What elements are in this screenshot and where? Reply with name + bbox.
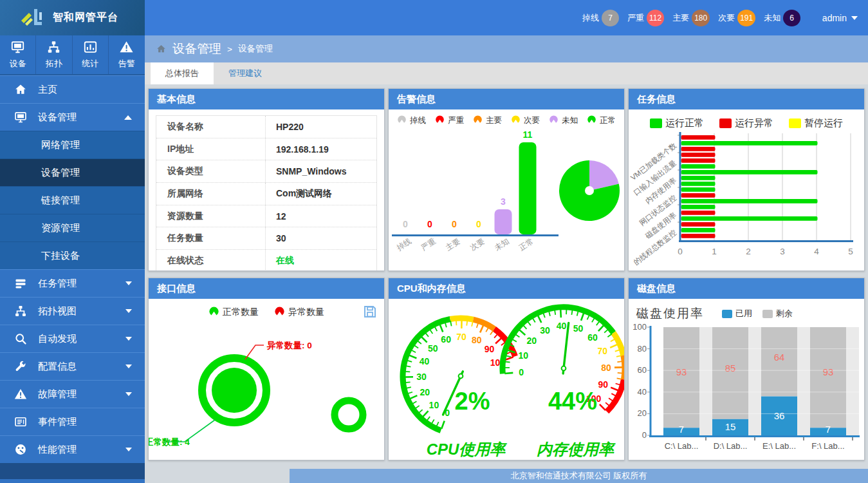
sidebar-item-任务管理[interactable]: 任务管理	[0, 269, 145, 297]
badge-label: 严重	[627, 12, 644, 24]
svg-text:15: 15	[725, 421, 736, 432]
sidebar-footer-strip	[0, 463, 145, 479]
svg-text:60: 60	[587, 332, 598, 343]
info-row-label: IP地址	[156, 138, 266, 160]
info-row-label: 所属网络	[156, 183, 266, 205]
svg-text:0: 0	[452, 219, 457, 229]
panel-task-title: 任务信息	[629, 89, 864, 109]
sidebar-item-设备管理[interactable]: 设备管理	[0, 103, 145, 131]
info-row-value: SNMP_Windows	[266, 160, 376, 182]
sidebar-subitem-label: 设备管理	[41, 167, 80, 179]
legend-swatch	[789, 118, 801, 128]
sidebar-item-label: 故障管理	[38, 388, 77, 401]
panel-task-info: 任务信息 运行正常运行异常暂停运行VM已加载类个数口输入输出流量内存使用率网口状…	[628, 88, 865, 271]
legend-item-未知: 未知	[549, 115, 578, 126]
svg-text:40: 40	[420, 356, 430, 366]
home-icon[interactable]	[156, 44, 167, 54]
main-area: 设备管理 > 设备管理 总体报告管理建议 基本信息 设备名称HP220IP地址1…	[145, 35, 868, 483]
svg-text:11: 11	[523, 129, 533, 140]
legend-item-正常: 正常	[587, 115, 616, 126]
info-row-label: 设备名称	[156, 116, 266, 138]
sidebar-item-配置信息[interactable]: 配置信息	[0, 352, 145, 380]
legend-item-掉线: 掉线	[397, 115, 426, 126]
breadcrumb-section[interactable]: 设备管理	[172, 41, 221, 57]
user-menu[interactable]: admin	[822, 0, 858, 35]
legend-label: 已用	[735, 308, 752, 319]
sidebar-item-性能管理[interactable]: 性能管理	[0, 435, 145, 463]
legend-label: 正常数量	[223, 307, 259, 318]
badge-count: 112	[647, 10, 664, 26]
alarm-badge-主要: 主要180	[672, 10, 710, 26]
quickbar-label: 告警	[118, 58, 135, 70]
top-bar: 智和网管平台 掉线7严重112主要180次要191未知6 admin	[0, 0, 868, 35]
sidebar-subitem-链接管理[interactable]: 链接管理	[0, 186, 145, 214]
svg-text:异常数量: 0: 异常数量: 0	[266, 341, 312, 350]
legend-item-暂停运行: 暂停运行	[789, 117, 843, 129]
alarm-badge-掉线: 掉线7	[582, 10, 619, 26]
fan-icon	[208, 307, 219, 318]
badge-label: 主要	[672, 12, 689, 24]
quickbar-告警[interactable]: 告警	[109, 35, 145, 74]
sidebar-subitem-label: 网络管理	[41, 139, 80, 151]
svg-text:0: 0	[403, 219, 408, 229]
panel-alarm-info: 告警信息 掉线严重主要次要未知正常0掉线0严重0主要0次要3未知11正常	[388, 88, 625, 271]
sidebar-subitem-设备管理[interactable]: 设备管理	[0, 158, 145, 186]
quickbar-label: 设备	[10, 58, 26, 70]
svg-text:主要: 主要	[444, 236, 462, 252]
disk-stacked-bar-svg: 937C:\ Lab...8515D:\ Lab...6436E:\ Lab..…	[629, 322, 863, 459]
sidebar-item-label: 设备管理	[38, 111, 77, 124]
svg-text:0: 0	[678, 247, 683, 256]
sidebar-subitem-资源管理[interactable]: 资源管理	[0, 214, 145, 242]
legend-swatch	[762, 310, 773, 318]
legend-label: 剩余	[776, 308, 793, 319]
svg-text:40: 40	[638, 387, 647, 397]
sidebar-subitem-下挂设备[interactable]: 下挂设备	[0, 242, 145, 269]
legend-label: 掉线	[410, 115, 426, 126]
legend-item-已用: 已用	[722, 308, 752, 319]
svg-text:次要: 次要	[468, 236, 486, 252]
sidebar-item-拓扑视图[interactable]: 拓扑视图	[0, 297, 145, 325]
svg-text:掉线: 掉线	[395, 236, 413, 252]
badge-label: 次要	[718, 12, 735, 24]
sidebar-topology-icon	[14, 305, 27, 317]
sidebar-alert-icon	[14, 388, 27, 401]
sidebar-subitem-网络管理[interactable]: 网络管理	[0, 131, 145, 158]
svg-text:80: 80	[601, 363, 611, 373]
panel-cpu-mem-title: CPU和内存信息	[389, 278, 624, 299]
svg-text:40: 40	[557, 321, 567, 331]
quickbar-统计[interactable]: 统计	[73, 35, 109, 74]
fan-icon	[587, 115, 596, 126]
table-row: 在线状态在线	[156, 250, 376, 270]
info-row-label: 任务数量	[156, 227, 266, 249]
sidebar-item-自动发现[interactable]: 自动发现	[0, 325, 145, 352]
interface-chart: 正常数量异常数量异常数量: 0正常数量: 4	[149, 299, 384, 460]
svg-text:80: 80	[472, 335, 482, 345]
sidebar-item-主页[interactable]: 主页	[0, 75, 145, 103]
legend-label: 主要	[486, 115, 502, 126]
table-row: 资源数量12	[156, 205, 376, 228]
quickbar-alert-icon	[118, 40, 134, 56]
sidebar-monitor-icon	[14, 111, 27, 124]
svg-text:正常: 正常	[517, 236, 535, 252]
disk-chart: 磁盘使用率已用剩余937C:\ Lab...8515D:\ Lab...6436…	[629, 299, 864, 460]
table-row: 设备类型SNMP_Windows	[156, 160, 376, 183]
quickbar-拓扑[interactable]: 拓扑	[36, 35, 72, 74]
svg-text:严重: 严重	[420, 236, 438, 252]
legend-label: 正常	[600, 115, 616, 126]
sidebar-item-故障管理[interactable]: 故障管理	[0, 380, 145, 408]
tab-label: 管理建议	[228, 68, 262, 79]
alarm-badges: 掉线7严重112主要180次要191未知6	[582, 0, 800, 35]
legend-item-运行异常: 运行异常	[719, 117, 773, 129]
save-icon[interactable]	[362, 304, 378, 319]
chevron-up-icon	[124, 115, 132, 120]
interface-donut-svg: 异常数量: 0正常数量: 4	[149, 318, 384, 457]
sidebar-item-事件管理[interactable]: 事件管理	[0, 408, 145, 435]
svg-text:3: 3	[501, 196, 506, 207]
svg-text:2%: 2%	[455, 388, 490, 415]
tab-管理建议[interactable]: 管理建议	[214, 62, 277, 84]
disk-legend: 已用剩余	[722, 308, 793, 319]
svg-text:50: 50	[428, 343, 438, 354]
tab-总体报告[interactable]: 总体报告	[151, 62, 214, 84]
quickbar-label: 拓扑	[46, 58, 62, 70]
quickbar-设备[interactable]: 设备	[0, 35, 36, 74]
